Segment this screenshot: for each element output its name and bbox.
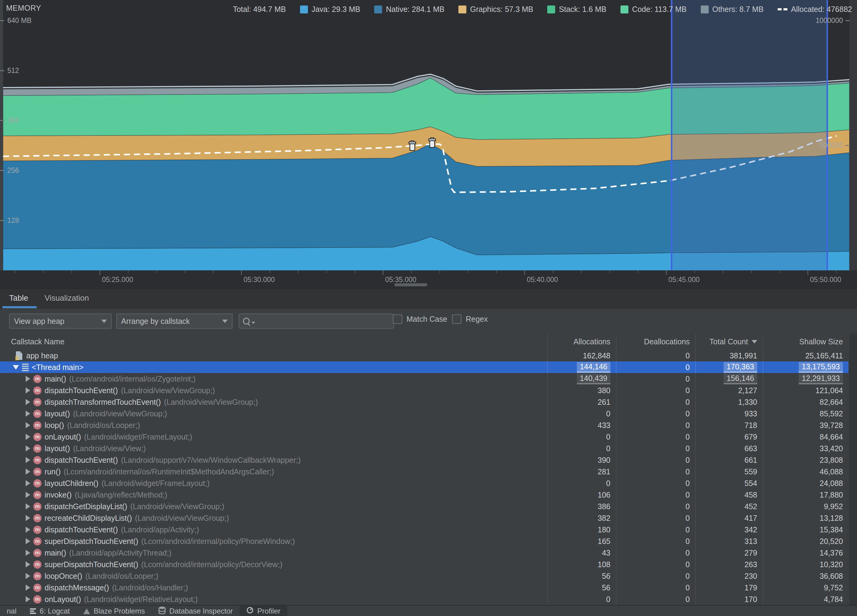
match-case-checkbox[interactable]: Match Case xyxy=(393,314,447,324)
expand-right-icon[interactable] xyxy=(26,526,30,532)
method-icon: m xyxy=(33,456,42,464)
expand-right-icon[interactable] xyxy=(26,596,30,602)
table-row[interactable]: mrecreateChildDisplayList()(Landroid/vie… xyxy=(0,512,857,524)
heap-select[interactable]: View app heap xyxy=(9,314,112,329)
cell-allocations: 386 xyxy=(547,501,616,512)
column-header-deallocations[interactable]: Deallocations xyxy=(616,333,695,350)
checkbox-box[interactable] xyxy=(393,314,402,324)
table-row[interactable]: mdispatchGetDisplayList()(Landroid/view/… xyxy=(0,501,857,512)
table-row[interactable]: monLayout()(Landroid/widget/RelativeLayo… xyxy=(0,593,857,605)
memory-chart[interactable]: MEMORY Total: 494.7 MBJava: 29.3 MBNativ… xyxy=(0,0,857,271)
table-scrollbar[interactable] xyxy=(848,547,857,559)
timeline-axis[interactable]: 05:25.00005:30.00005:35.00005:40.00005:4… xyxy=(0,271,857,289)
checkbox-box[interactable] xyxy=(452,314,461,324)
search-input[interactable] xyxy=(239,314,394,329)
table-row[interactable]: mloopOnce()(Landroid/os/Looper;)56023036… xyxy=(0,570,857,582)
table-scrollbar[interactable] xyxy=(848,419,857,431)
expand-right-icon[interactable] xyxy=(26,585,30,591)
table-scrollbar[interactable] xyxy=(848,385,857,396)
expand-right-icon[interactable] xyxy=(26,538,30,544)
table-row[interactable]: mmain()(Lcom/android/internal/os/ZygoteI… xyxy=(0,373,857,385)
table-row[interactable]: mdispatchTouchEvent()(Landroid/support/v… xyxy=(0,454,857,466)
table-row[interactable]: mdispatchTouchEvent()(Landroid/app/Activ… xyxy=(0,524,857,536)
expand-right-icon[interactable] xyxy=(26,515,30,521)
table-row[interactable]: mlayoutChildren()(Landroid/widget/FrameL… xyxy=(0,477,857,489)
class-name: (Lcom/android/internal/os/RuntimeInit$Me… xyxy=(64,467,274,476)
column-header-total-count[interactable]: Total Count xyxy=(695,333,763,350)
cell-total-count: 452 xyxy=(695,501,763,512)
expand-right-icon[interactable] xyxy=(26,399,30,405)
timeline-scrollbar-thumb[interactable] xyxy=(394,283,427,286)
table-scrollbar[interactable] xyxy=(848,536,857,547)
expand-right-icon[interactable] xyxy=(26,469,30,475)
table-scrollbar[interactable] xyxy=(848,582,857,593)
expand-right-icon[interactable] xyxy=(26,445,30,452)
tool-window-button-nal[interactable]: nal xyxy=(0,606,23,616)
table-scrollbar[interactable] xyxy=(848,570,857,582)
cell-shallow-size: 4,784 xyxy=(763,593,848,605)
expand-right-icon[interactable] xyxy=(26,422,30,428)
table-row[interactable]: mmain()(Landroid/app/ActivityThread;)430… xyxy=(0,547,857,559)
table-row[interactable]: mdispatchTouchEvent()(Landroid/view/View… xyxy=(0,385,857,396)
table-row[interactable]: msuperDispatchTouchEvent()(Lcom/android/… xyxy=(0,559,857,570)
table-scrollbar[interactable] xyxy=(848,512,857,524)
tool-window-button-blaze-problems[interactable]: Blaze Problems xyxy=(77,606,152,616)
tool-window-button-profiler[interactable]: Profiler xyxy=(240,606,287,616)
table-scrollbar[interactable] xyxy=(848,396,857,408)
expand-right-icon[interactable] xyxy=(26,503,30,509)
table-row[interactable]: mdispatchMessage()(Landroid/os/Handler;)… xyxy=(0,582,857,593)
table-row[interactable]: minvoke()(Ljava/lang/reflect/Method;)106… xyxy=(0,489,857,501)
expand-right-icon[interactable] xyxy=(26,492,30,498)
table-row[interactable]: mlayout()(Landroid/view/ViewGroup;)00933… xyxy=(0,408,857,419)
cell-allocations: 390 xyxy=(547,454,616,466)
method-icon: m xyxy=(33,560,42,569)
table-scrollbar[interactable] xyxy=(848,373,857,385)
table-row[interactable]: mlayout()(Landroid/view/View;)0066333,42… xyxy=(0,443,857,454)
column-header-callstack[interactable]: Callstack Name xyxy=(0,333,547,350)
legend-item: Allocated: 476882 xyxy=(778,5,852,14)
table-row[interactable]: mloop()(Landroid/os/Looper;)433071839,72… xyxy=(0,419,857,431)
column-header-shallow-size[interactable]: Shallow Size xyxy=(763,333,848,350)
expand-right-icon[interactable] xyxy=(26,480,30,486)
right-axis-tick: 500000 xyxy=(820,141,850,150)
table-scrollbar[interactable] xyxy=(848,477,857,489)
table-row[interactable]: monLayout()(Landroid/widget/FrameLayout;… xyxy=(0,431,857,443)
table-scrollbar[interactable] xyxy=(848,524,857,536)
table-row[interactable]: mdispatchTransformedTouchEvent()(Landroi… xyxy=(0,396,857,408)
tool-window-button-6-logcat[interactable]: 6: Logcat xyxy=(23,606,77,616)
expand-right-icon[interactable] xyxy=(26,573,30,579)
expand-right-icon[interactable] xyxy=(26,434,30,440)
table-row[interactable]: app heap162,8480381,99125,165,411 xyxy=(0,350,857,361)
table-row[interactable]: msuperDispatchTouchEvent()(Lcom/android/… xyxy=(0,536,857,547)
table-scrollbar[interactable] xyxy=(848,443,857,454)
expand-right-icon[interactable] xyxy=(26,550,30,556)
table-scrollbar[interactable] xyxy=(848,454,857,466)
table-scrollbar[interactable] xyxy=(848,350,857,361)
table-row[interactable]: <Thread main>144,1460170,36313,175,593 xyxy=(0,361,857,373)
table-scrollbar[interactable] xyxy=(848,408,857,419)
expand-right-icon[interactable] xyxy=(26,457,30,463)
table-scrollbar[interactable] xyxy=(848,559,857,570)
arrange-select[interactable]: Arrange by callstack xyxy=(116,314,232,329)
table-scrollbar[interactable] xyxy=(848,431,857,443)
table-scrollbar[interactable] xyxy=(848,489,857,501)
table-scrollbar[interactable] xyxy=(848,501,857,512)
column-header-allocations[interactable]: Allocations xyxy=(547,333,616,350)
expand-right-icon[interactable] xyxy=(26,410,30,417)
expand-right-icon[interactable] xyxy=(26,561,30,568)
tab-table[interactable]: Table xyxy=(9,293,28,303)
tab-visualization[interactable]: Visualization xyxy=(45,293,89,303)
expand-right-icon[interactable] xyxy=(26,387,30,393)
table-scrollbar[interactable] xyxy=(848,593,857,605)
tool-window-button-database-inspector[interactable]: Database Inspector xyxy=(152,606,240,616)
range-selection[interactable] xyxy=(671,0,828,271)
major-tick xyxy=(99,271,100,275)
table-scrollbar[interactable] xyxy=(848,361,857,373)
regex-checkbox[interactable]: Regex xyxy=(452,314,488,324)
expand-right-icon[interactable] xyxy=(26,376,30,382)
table-scrollbar[interactable] xyxy=(848,466,857,477)
expand-down-icon[interactable] xyxy=(13,365,19,370)
cell-total-count: 263 xyxy=(695,559,763,570)
table-row[interactable]: mrun()(Lcom/android/internal/os/RuntimeI… xyxy=(0,466,857,477)
legend-label: Total: 494.7 MB xyxy=(233,5,286,14)
